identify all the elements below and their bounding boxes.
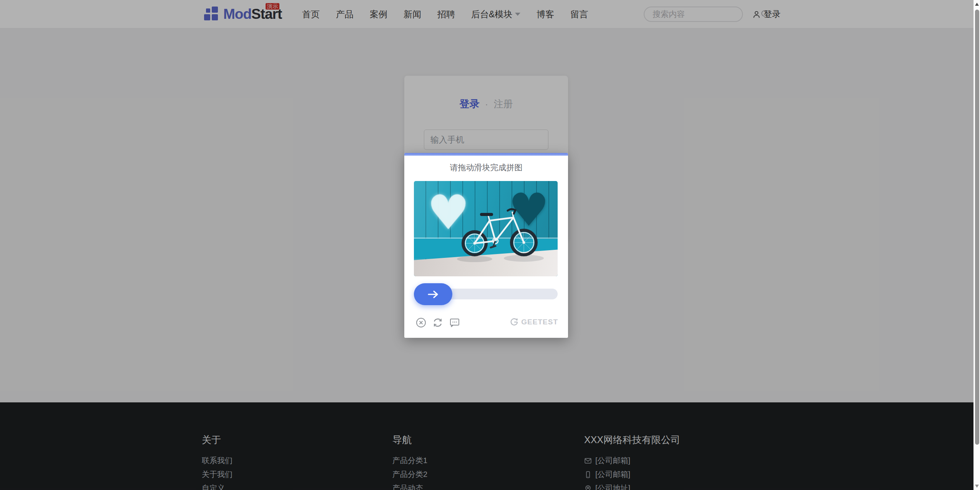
scrollbar-up-button[interactable] bbox=[975, 3, 979, 6]
bicycle-illustration bbox=[414, 181, 558, 276]
captcha-title: 请拖动滑块完成拼图 bbox=[404, 162, 568, 173]
feedback-button[interactable] bbox=[449, 317, 460, 328]
scrollbar-thumb[interactable] bbox=[975, 10, 979, 445]
scrollbar bbox=[973, 0, 980, 490]
modal-accent-bar bbox=[404, 153, 568, 156]
captcha-toolbar bbox=[415, 317, 460, 328]
geetest-brand-label: GEETEST bbox=[521, 318, 558, 326]
refresh-icon bbox=[432, 317, 443, 328]
feedback-icon bbox=[449, 317, 460, 328]
close-button[interactable] bbox=[415, 317, 426, 328]
scrollbar-down-button[interactable] bbox=[975, 485, 979, 488]
captcha-modal: 请拖动滑块完成拼图 ♥ ♥ bbox=[404, 153, 568, 338]
geetest-icon bbox=[510, 317, 519, 327]
captcha-puzzle-image: ♥ ♥ bbox=[414, 181, 558, 276]
refresh-button[interactable] bbox=[432, 317, 443, 328]
page: Mod Start 演示 首页 产品 案例 新闻 招聘 后台&模块 博客 留言 bbox=[0, 0, 980, 490]
slider-handle[interactable] bbox=[414, 283, 452, 305]
close-icon bbox=[416, 317, 426, 328]
arrow-right-icon bbox=[427, 290, 439, 299]
geetest-brand: GEETEST bbox=[510, 317, 558, 327]
